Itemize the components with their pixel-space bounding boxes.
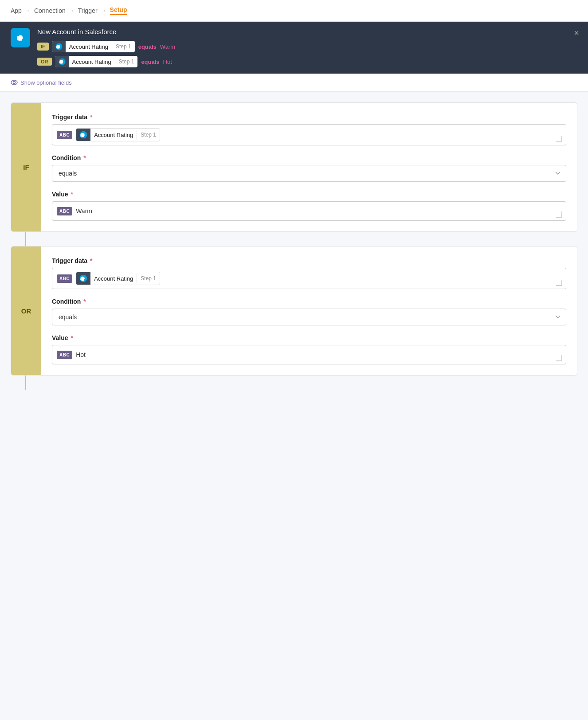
connector-line [25, 232, 26, 246]
rule-chip-if[interactable]: Account Rating Step 1 [52, 41, 135, 52]
value-text-or: Hot [76, 351, 86, 358]
svg-point-3 [11, 80, 17, 85]
nav-arrow-2: → [69, 8, 74, 14]
abc-badge-value-or: ABC [57, 351, 72, 359]
value-section-or: Value * ABC Hot [52, 334, 566, 364]
value-text-if: Warm [76, 207, 92, 215]
nav-item-connection[interactable]: Connection [34, 7, 66, 14]
required-star-value-if: * [69, 191, 73, 198]
rule-value-if: Warm [160, 43, 175, 50]
trigger-data-section-or: Trigger data * ABC Account Rating Step 1 [52, 257, 566, 289]
nav-item-trigger[interactable]: Trigger [78, 7, 98, 14]
trigger-data-label-if: Trigger data * [52, 113, 566, 121]
block-sidebar-if: IF [11, 103, 41, 231]
nav-arrow-1: → [25, 8, 31, 14]
rule-row-if: IF Account Rating Step 1 equals Warm [37, 41, 175, 52]
trigger-chip-or: Account Rating Step 1 [76, 272, 160, 285]
eye-icon [11, 79, 18, 86]
salesforce-trigger-icon-if [76, 129, 90, 141]
trigger-data-input-or[interactable]: ABC Account Rating Step 1 [52, 268, 566, 289]
condition-label-or: Condition * [52, 298, 566, 305]
condition-select-if[interactable]: equals [52, 165, 566, 182]
header-title: New Account in Salesforce [37, 28, 175, 35]
trigger-chip-field-if: Account Rating [90, 130, 137, 140]
nav-item-setup[interactable]: Setup [110, 6, 127, 15]
trigger-chip-step-or: Step 1 [137, 274, 160, 283]
salesforce-chip-icon-or [55, 56, 69, 67]
optional-fields-link[interactable]: Show optional fields [11, 79, 577, 86]
value-label-if: Value * [52, 191, 566, 198]
block-content-or: Trigger data * ABC Account Rating Step 1 [41, 247, 577, 375]
value-section-if: Value * ABC Warm [52, 191, 566, 221]
condition-section-if: Condition * equals [52, 154, 566, 182]
required-star-condition-if: * [82, 154, 86, 161]
top-navigation: App → Connection → Trigger → Setup [0, 0, 588, 22]
salesforce-trigger-icon-or [76, 272, 90, 285]
rule-chip-or[interactable]: Account Rating Step 1 [55, 56, 138, 67]
svg-point-4 [13, 82, 16, 84]
rule-row-or: OR Account Rating Step 1 equals Hot [37, 56, 175, 67]
connector-line-bottom [25, 376, 26, 390]
required-star-value-or: * [69, 334, 73, 341]
rule-chip-label-or: Account Rating [69, 57, 115, 67]
rule-equals-or: equals [141, 59, 159, 65]
rule-value-or: Hot [163, 59, 172, 65]
nav-item-app[interactable]: App [11, 7, 22, 14]
badge-if: IF [37, 43, 49, 51]
condition-block-or: OR Trigger data * ABC [11, 246, 577, 376]
condition-label-if: Condition * [52, 154, 566, 161]
required-star-condition-or: * [82, 298, 86, 305]
value-input-or[interactable]: ABC Hot [52, 345, 566, 364]
optional-fields-bar: Show optional fields [0, 74, 588, 92]
rule-equals-if: equals [138, 43, 157, 50]
condition-block-if: IF Trigger data * ABC [11, 102, 577, 232]
nav-arrow-3: → [101, 8, 106, 14]
close-button[interactable]: × [574, 28, 579, 38]
block-content-if: Trigger data * ABC Account Rating Step 1 [41, 103, 577, 231]
abc-badge-trigger-or: ABC [57, 274, 72, 283]
trigger-data-section-if: Trigger data * ABC Account Rating Step 1 [52, 113, 566, 145]
header-rules: New Account in Salesforce IF Account Rat… [37, 28, 175, 67]
optional-fields-label: Show optional fields [20, 79, 72, 86]
trigger-data-label-or: Trigger data * [52, 257, 566, 264]
abc-badge-trigger-if: ABC [57, 131, 72, 139]
rule-chip-step-if: Step 1 [112, 42, 135, 51]
rule-chip-label-if: Account Rating [66, 42, 112, 52]
salesforce-logo [11, 28, 30, 47]
required-star-trigger-if: * [88, 113, 92, 121]
header-bar: New Account in Salesforce IF Account Rat… [0, 22, 588, 74]
trigger-chip-if: Account Rating Step 1 [76, 128, 160, 141]
badge-or: OR [37, 58, 52, 66]
abc-badge-value-if: ABC [57, 207, 72, 215]
salesforce-chip-icon-if [52, 41, 66, 52]
condition-select-or[interactable]: equals [52, 309, 566, 325]
trigger-chip-step-if: Step 1 [137, 130, 160, 140]
rule-chip-step-or: Step 1 [115, 57, 138, 67]
condition-section-or: Condition * equals [52, 298, 566, 325]
required-star-trigger-or: * [88, 257, 92, 264]
main-content: IF Trigger data * ABC [0, 92, 588, 400]
trigger-data-input-if[interactable]: ABC Account Rating Step 1 [52, 124, 566, 145]
value-input-if[interactable]: ABC Warm [52, 201, 566, 221]
trigger-chip-field-or: Account Rating [90, 274, 137, 284]
value-label-or: Value * [52, 334, 566, 341]
block-sidebar-or: OR [11, 247, 41, 375]
